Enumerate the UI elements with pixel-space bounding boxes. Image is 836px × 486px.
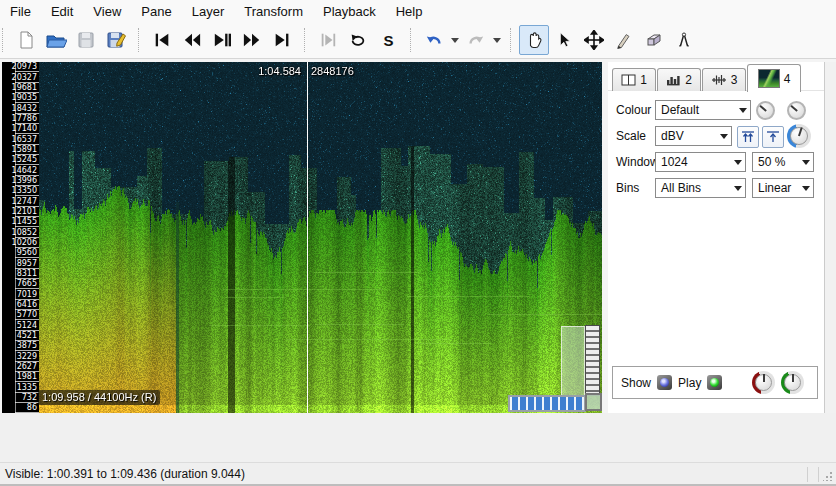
spectrogram-pane: 2097320327196811903518432177861714016537…	[2, 62, 602, 413]
move-tool-button[interactable]	[579, 25, 609, 55]
normalize-visible-button[interactable]	[762, 126, 784, 148]
toolbar-group-file	[0, 25, 136, 55]
freq-label: 20973	[15, 62, 39, 72]
save-icon	[76, 30, 96, 50]
freq-label: 16537	[15, 134, 39, 144]
horizontal-zoom-thumbwheel[interactable]	[508, 395, 586, 412]
freq-label: 19035	[15, 93, 39, 103]
loop-playback-button[interactable]	[343, 25, 373, 55]
redo-dropdown[interactable]	[491, 26, 503, 54]
zoom-reset-button[interactable]	[585, 393, 602, 411]
freq-label: 7019	[15, 289, 39, 299]
freq-label: 15245	[15, 155, 39, 165]
eraser-icon	[644, 30, 664, 50]
colour-combobox[interactable]: Default	[655, 100, 751, 120]
navigate-tool-button[interactable]	[519, 25, 549, 55]
freq-label: 86	[15, 403, 39, 413]
playback-cursor-line	[307, 62, 308, 413]
redo-icon	[466, 31, 486, 49]
freq-label: 10852	[15, 227, 39, 237]
select-tool-button[interactable]	[549, 25, 579, 55]
play-toggle-button[interactable]	[707, 375, 722, 390]
menu-edit[interactable]: Edit	[41, 0, 83, 22]
freq-label: 15891	[15, 145, 39, 155]
toolbar-group-tools	[508, 25, 704, 55]
chevron-down-icon	[731, 160, 745, 165]
layer-playback-pan-knob[interactable]	[781, 371, 804, 394]
spectrogram-canvas[interactable]	[39, 62, 602, 413]
scale-combobox[interactable]: dBV	[655, 126, 732, 146]
save-file-button[interactable]	[71, 25, 101, 55]
resize-grip[interactable]	[823, 471, 833, 481]
tab-label: 2	[685, 73, 692, 87]
chevron-down-icon	[736, 108, 750, 113]
new-file-icon	[16, 30, 36, 50]
window-size-combobox[interactable]: 1024	[655, 152, 746, 172]
chevron-down-icon	[799, 160, 813, 165]
draw-tool-button[interactable]	[609, 25, 639, 55]
fast-forward-button[interactable]	[237, 25, 267, 55]
spectrogram-thumbnail-icon	[758, 69, 780, 88]
hand-icon	[524, 30, 544, 50]
erase-tool-button[interactable]	[639, 25, 669, 55]
vertical-zoom-overlay	[561, 326, 585, 397]
freq-label: 4521	[15, 331, 39, 341]
undo-button[interactable]	[419, 25, 449, 55]
menu-transform[interactable]: Transform	[234, 0, 313, 22]
vertical-zoom-thumbwheel[interactable]	[585, 325, 600, 396]
status-bar: Visible: 1:00.391 to 1:09.436 (duration …	[0, 462, 836, 486]
freq-label: 6416	[15, 300, 39, 310]
normalize-columns-button[interactable]	[737, 126, 759, 148]
menu-pane[interactable]: Pane	[131, 0, 181, 22]
window-overlap-combobox[interactable]: 50 %	[752, 152, 814, 172]
measure-tool-button[interactable]	[669, 25, 699, 55]
menu-file[interactable]: File	[0, 0, 41, 22]
menu-layer[interactable]: Layer	[182, 0, 235, 22]
toolbar: S	[0, 22, 836, 59]
solo-button[interactable]: S	[373, 25, 403, 55]
undo-dropdown[interactable]	[449, 26, 461, 54]
freq-label: 17786	[15, 114, 39, 124]
skip-to-end-button[interactable]	[267, 25, 297, 55]
menu-help[interactable]: Help	[386, 0, 433, 22]
freq-label: 5770	[15, 310, 39, 320]
frequency-scale: 2097320327196811903518432177861714016537…	[2, 62, 39, 413]
play-selection-button[interactable]	[313, 25, 343, 55]
play-pause-button[interactable]	[207, 25, 237, 55]
rewind-button[interactable]	[177, 25, 207, 55]
tab-label: 3	[731, 73, 738, 87]
show-led-icon	[660, 378, 669, 387]
pane-tab-3[interactable]: 3	[702, 68, 746, 91]
save-file-as-button[interactable]	[101, 25, 131, 55]
rewind-icon	[182, 31, 202, 49]
bins-combobox[interactable]: All Bins	[655, 178, 746, 198]
layer-playback-gain-knob[interactable]	[752, 371, 775, 394]
pane-tab-4[interactable]: 4	[747, 64, 801, 92]
gain-knob[interactable]	[787, 124, 811, 148]
position-label: 1:09.958 / 44100Hz (R)	[38, 390, 160, 405]
histogram-icon	[666, 74, 681, 86]
measure-compass-icon	[675, 30, 693, 50]
tab-label: 1	[640, 73, 647, 87]
colour-rotation-knob[interactable]	[755, 100, 776, 121]
pane-tab-2[interactable]: 2	[657, 68, 701, 91]
show-toggle-button[interactable]	[657, 375, 672, 390]
sonic-visualiser-window: FileEditViewPaneLayerTransformPlaybackHe…	[0, 0, 836, 486]
bins-scale-combobox[interactable]: Linear	[752, 178, 814, 198]
bins-label: Bins	[616, 181, 639, 195]
freq-label: 8311	[15, 269, 39, 279]
colour-gain-knob[interactable]	[786, 100, 807, 121]
normalize-visible-icon	[766, 130, 780, 144]
freq-label: 1981	[15, 372, 39, 382]
waveform-icon	[711, 74, 727, 86]
menu-playback[interactable]: Playback	[313, 0, 386, 22]
redo-button[interactable]	[461, 25, 491, 55]
menu-view[interactable]: View	[83, 0, 131, 22]
open-file-button[interactable]	[41, 25, 71, 55]
fast-forward-icon	[242, 31, 262, 49]
show-play-group: Show Play	[612, 366, 818, 399]
pane-tab-1[interactable]: 1	[612, 68, 656, 91]
toolbar-group-transport	[136, 25, 302, 55]
new-file-button[interactable]	[11, 25, 41, 55]
skip-to-start-button[interactable]	[147, 25, 177, 55]
